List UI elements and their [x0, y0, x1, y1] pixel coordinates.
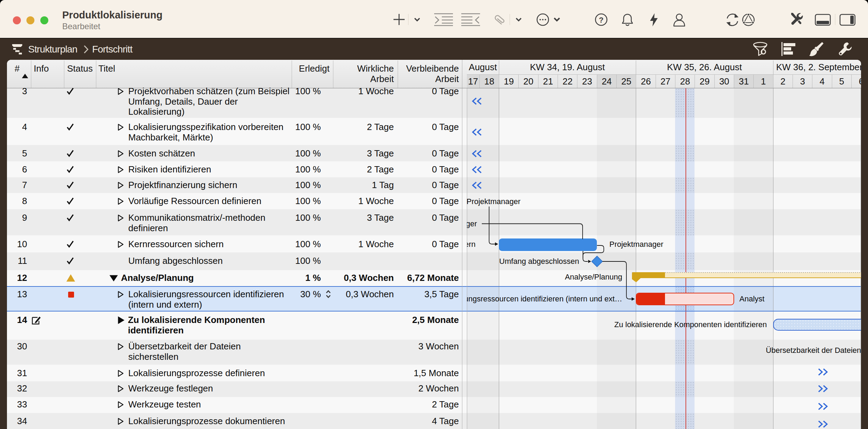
svg-text:?: ?: [599, 16, 603, 24]
